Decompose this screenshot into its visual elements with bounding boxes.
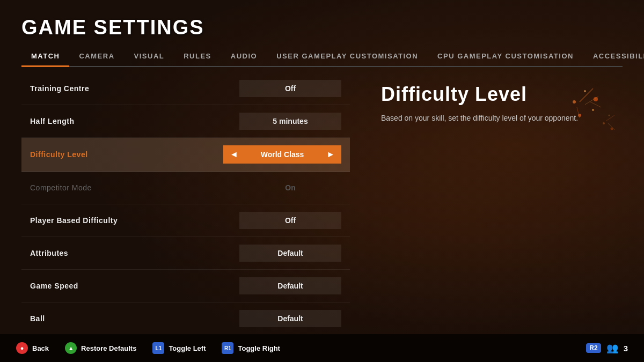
setting-label-difficulty-level: Difficulty Level (30, 150, 88, 159)
setting-label-ball: Ball (30, 314, 45, 323)
main-area: Training CentreOffHalf Length5 minutesDi… (21, 67, 623, 362)
setting-row-training-centre[interactable]: Training CentreOff (21, 72, 350, 105)
setting-value-attributes: Default (239, 245, 341, 262)
page-title: GAME SETTINGS (21, 16, 623, 39)
setting-label-training-centre: Training Centre (30, 84, 89, 93)
bottom-action-toggle-right[interactable]: R1Toggle Right (222, 342, 280, 354)
bottom-label-restore-defaults: Restore Defaults (81, 344, 136, 352)
settings-panel: Training CentreOffHalf Length5 minutesDi… (21, 67, 354, 362)
bottom-action-toggle-left[interactable]: L1Toggle Left (152, 342, 206, 354)
setting-row-half-length[interactable]: Half Length5 minutes (21, 105, 350, 138)
players-icon: 👥 (606, 342, 618, 354)
bottom-icon-back: ● (16, 342, 28, 354)
setting-value-half-length: 5 minutes (239, 113, 341, 130)
setting-row-player-based-difficulty[interactable]: Player Based DifficultyOff (21, 204, 350, 237)
setting-value-ball: Default (239, 310, 341, 327)
bottom-icon-toggle-left: L1 (152, 342, 164, 354)
r2-badge[interactable]: R2 (586, 343, 601, 353)
setting-row-ball[interactable]: BallDefault (21, 302, 350, 335)
tab-cpu-gameplay[interactable]: CPU GAMEPLAY CUSTOMISATION (428, 48, 583, 67)
setting-label-player-based-difficulty: Player Based Difficulty (30, 216, 118, 225)
setting-value-game-speed: Default (239, 277, 341, 294)
tabs-nav: MATCHCAMERAVISUALRULESAUDIOUSER GAMEPLAY… (21, 48, 623, 67)
selector-value-difficulty-level: World Class (245, 146, 320, 163)
player-count: 3 (624, 344, 628, 353)
setting-label-half-length: Half Length (30, 117, 75, 125)
bottom-label-back: Back (32, 344, 49, 352)
info-panel: Difficulty Level Based on your skill, se… (354, 67, 623, 362)
tab-camera[interactable]: CAMERA (69, 48, 124, 67)
bottom-action-restore-defaults[interactable]: ▲Restore Defaults (65, 342, 136, 354)
content-wrapper: GAME SETTINGS MATCHCAMERAVISUALRULESAUDI… (0, 0, 644, 362)
setting-row-attributes[interactable]: AttributesDefault (21, 237, 350, 270)
setting-value-competitor-mode: On (239, 179, 341, 196)
bottom-label-toggle-right: Toggle Right (238, 344, 280, 352)
bottom-icon-toggle-right: R1 (222, 342, 233, 354)
setting-label-attributes: Attributes (30, 249, 68, 257)
bottom-action-back[interactable]: ●Back (16, 342, 49, 354)
bottom-right: R2 👥 3 (586, 342, 628, 354)
tab-user-gameplay[interactable]: USER GAMEPLAY CUSTOMISATION (267, 48, 428, 67)
info-description: Based on your skill, set the difficulty … (381, 112, 596, 124)
tab-audio[interactable]: AUDIO (221, 48, 267, 67)
selector-left-difficulty-level[interactable]: ◄ (223, 145, 245, 164)
info-title: Difficulty Level (381, 83, 606, 106)
setting-row-game-speed[interactable]: Game SpeedDefault (21, 270, 350, 302)
tab-visual[interactable]: VISUAL (125, 48, 174, 67)
setting-label-game-speed: Game Speed (30, 282, 78, 290)
bottom-label-toggle-left: Toggle Left (169, 344, 206, 352)
setting-value-player-based-difficulty: Off (239, 212, 341, 229)
setting-row-difficulty-level[interactable]: Difficulty Level◄World Class► (21, 138, 350, 172)
tab-accessibility[interactable]: ACCESSIBILITY (583, 48, 644, 67)
bottom-bar: ●Back▲Restore DefaultsL1Toggle LeftR1Tog… (0, 334, 644, 362)
tab-rules[interactable]: RULES (174, 48, 221, 67)
selector-right-difficulty-level[interactable]: ► (320, 145, 341, 164)
bottom-icon-restore-defaults: ▲ (65, 342, 77, 354)
setting-label-competitor-mode: Competitor Mode (30, 183, 92, 192)
setting-row-competitor-mode[interactable]: Competitor ModeOn (21, 172, 350, 204)
setting-selector-difficulty-level[interactable]: ◄World Class► (223, 145, 341, 164)
setting-value-training-centre: Off (239, 80, 341, 97)
tab-match[interactable]: MATCH (21, 48, 69, 67)
